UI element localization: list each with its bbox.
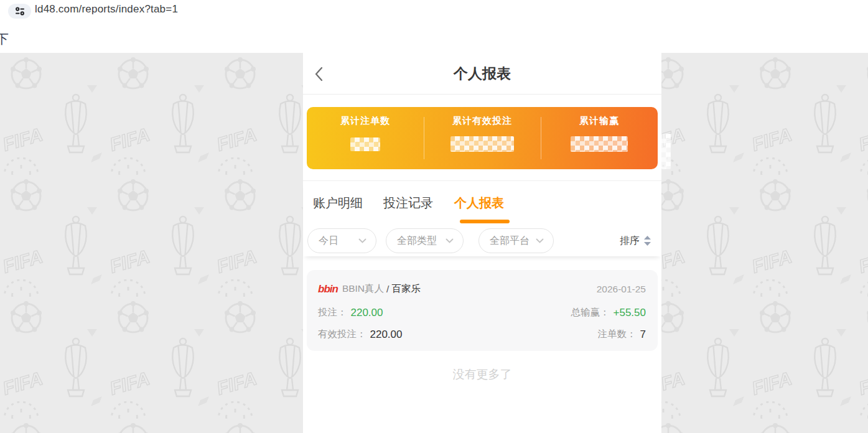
orders-value: 7 [640, 328, 646, 341]
sort-arrows-icon [643, 235, 651, 246]
stat-label: 累计注单数 [307, 115, 424, 127]
no-more-data-text: 没有更多了 [303, 366, 661, 383]
filter-label: 全部平台 [490, 235, 530, 248]
winloss-label: 总输赢： [571, 306, 610, 319]
site-settings-icon [15, 7, 25, 16]
provider-name: BBIN真人 [342, 282, 384, 296]
winloss-value: +55.50 [614, 307, 646, 319]
report-panel: 个人报表 累计注单数 累计有效投注 累计输赢 账户明细 投注记录 个人报表 [303, 53, 661, 433]
page-background: FIFA [0, 53, 868, 433]
valid-bet-label: 有效投注： [318, 328, 366, 341]
stat-total-winloss: 累计输赢 [541, 107, 658, 169]
chevron-down-icon [446, 238, 454, 243]
date-filter-dropdown[interactable]: 今日 [307, 228, 376, 253]
browser-bar: ld48.com/reports/index?tab=1 下 [0, 0, 868, 53]
bbin-logo: bbin [318, 283, 338, 296]
page-title: 个人报表 [303, 53, 661, 95]
tab-personal-report[interactable]: 个人报表 [454, 195, 504, 212]
address-bar-url[interactable]: ld48.com/reports/index?tab=1 [35, 3, 178, 16]
report-date: 2026-01-25 [597, 284, 646, 295]
censored-value [571, 136, 628, 152]
chevron-down-icon [536, 238, 544, 243]
censored-overflow-block [661, 134, 671, 169]
stray-text: 下 [0, 30, 9, 48]
report-list-item[interactable]: bbin BBIN真人 / 百家乐 2026-01-25 投注： 220.00 … [307, 270, 658, 351]
stat-total-valid-bets: 累计有效投注 [424, 107, 541, 169]
filter-label: 今日 [319, 235, 338, 248]
sort-button[interactable]: 排序 [620, 233, 651, 248]
divider [424, 117, 424, 159]
censored-value [350, 137, 380, 151]
stat-label: 累计输赢 [541, 115, 658, 127]
active-tab-underline [460, 220, 510, 223]
site-settings-button[interactable] [8, 4, 31, 19]
platform-filter-dropdown[interactable]: 全部平台 [478, 228, 554, 253]
bet-value: 220.00 [351, 307, 383, 319]
orders-label: 注单数： [598, 328, 637, 341]
filter-label: 全部类型 [397, 235, 437, 248]
sort-label: 排序 [620, 235, 640, 248]
separator: / [386, 284, 389, 295]
game-name: 百家乐 [391, 282, 421, 296]
type-filter-dropdown[interactable]: 全部类型 [386, 228, 464, 253]
tab-bet-records[interactable]: 投注记录 [383, 195, 433, 212]
tabs-and-filters-bar: 账户明细 投注记录 个人报表 今日 全部类型 全部平台 [303, 180, 661, 256]
chevron-down-icon [358, 238, 366, 243]
divider [541, 117, 541, 159]
tab-account-details[interactable]: 账户明细 [313, 195, 363, 212]
bet-label: 投注： [318, 306, 347, 319]
panel-header: 个人报表 [303, 53, 661, 95]
stat-total-orders: 累计注单数 [307, 107, 424, 169]
valid-bet-value: 220.00 [370, 328, 403, 341]
censored-value [450, 136, 514, 152]
stat-label: 累计有效投注 [424, 115, 541, 127]
stats-summary-card: 累计注单数 累计有效投注 累计输赢 [307, 107, 658, 169]
